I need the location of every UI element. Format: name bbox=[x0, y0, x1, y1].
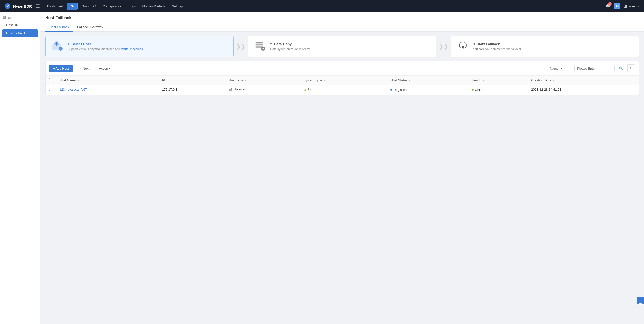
checkbox-header[interactable] bbox=[46, 76, 56, 85]
dr-section-icon bbox=[3, 16, 7, 20]
sort-icon-health[interactable]: ⇅ bbox=[483, 79, 485, 82]
search-filter-select[interactable]: Name ▾ bbox=[547, 65, 572, 72]
action-chevron-icon: ▾ bbox=[109, 67, 110, 70]
virtual-machines-link[interactable]: virtual machines. bbox=[121, 47, 144, 51]
cell-ip: 172.17.0.1 bbox=[158, 85, 225, 95]
svg-point-12 bbox=[462, 46, 464, 47]
sort-icon-host-status[interactable]: ⇅ bbox=[409, 79, 411, 82]
step-arrow-1: ❯❯ bbox=[234, 36, 248, 57]
svg-point-16 bbox=[231, 90, 232, 90]
host-table: Host Name ⇅ IP ⇅ Host Type ⇅ bbox=[46, 76, 639, 95]
steps-container: 1. Select Host Support various physical … bbox=[45, 36, 639, 57]
sort-icon-host-name[interactable]: ⇅ bbox=[77, 79, 79, 82]
svg-rect-8 bbox=[256, 42, 263, 43]
nav-settings[interactable]: Settings bbox=[169, 3, 187, 10]
step-1-icon bbox=[52, 41, 64, 52]
step-arrow-2: ❯❯ bbox=[436, 36, 451, 57]
select-all-checkbox[interactable] bbox=[49, 78, 52, 81]
col-creation-time: Creation Time ⇅ bbox=[528, 76, 639, 85]
support-chat-button[interactable]: 在线客服 bbox=[637, 297, 644, 304]
cell-host-status: Registered bbox=[387, 85, 468, 95]
svg-rect-2 bbox=[5, 16, 6, 18]
nav-dashboard[interactable]: Dashboard bbox=[44, 3, 66, 10]
notification-bell[interactable]: 9 bbox=[605, 3, 610, 9]
step-3: 3. Start Failback You can now commence t… bbox=[451, 36, 639, 57]
cell-host-type: physical bbox=[225, 85, 300, 95]
cell-system-type: Linux bbox=[300, 85, 387, 95]
svg-rect-1 bbox=[3, 16, 5, 18]
row-select-checkbox[interactable] bbox=[49, 88, 52, 91]
step-3-icon bbox=[457, 41, 469, 52]
user-icon bbox=[624, 4, 628, 8]
cell-health: Online bbox=[468, 85, 528, 95]
topnav-links: Dashboard DR Group DR Configuration Logs… bbox=[44, 3, 603, 10]
linux-icon bbox=[303, 88, 307, 91]
tab-host-failback[interactable]: Host Failback bbox=[45, 23, 73, 32]
bell-badge: 9 bbox=[608, 2, 612, 6]
action-dropdown[interactable]: Action ▾ bbox=[95, 65, 114, 72]
col-health: Health ⇅ bbox=[468, 76, 528, 85]
step-2-title: 2. Data Copy bbox=[270, 42, 310, 46]
col-system-type: System Type ⇅ bbox=[300, 76, 387, 85]
host-status-dot bbox=[390, 89, 392, 91]
svg-point-0 bbox=[625, 5, 627, 6]
main-content: Host Failback Host Failback Failback Gat… bbox=[40, 12, 644, 324]
topnav-right: 9 AJ admin ▾ bbox=[605, 3, 640, 9]
sidebar-item-host-dr[interactable]: Host DR bbox=[2, 21, 38, 29]
nav-dr[interactable]: DR bbox=[67, 3, 78, 10]
hamburger-icon[interactable]: ☰ bbox=[36, 3, 40, 9]
step-3-info: 3. Start Failback You can now commence t… bbox=[473, 42, 522, 51]
cell-host-name: 123.novalocal-fc67 bbox=[56, 85, 158, 95]
sort-icon-host-type[interactable]: ⇅ bbox=[245, 79, 247, 82]
row-checkbox[interactable] bbox=[46, 85, 56, 95]
step-2: 2. Data Copy Data synchronization is rea… bbox=[248, 36, 436, 57]
nav-group-dr[interactable]: Group DR bbox=[78, 3, 99, 10]
table-row: 123.novalocal-fc67 172.17.0.1 bbox=[46, 85, 639, 95]
svg-point-15 bbox=[231, 88, 232, 89]
sort-icon-system-type[interactable]: ⇅ bbox=[324, 79, 326, 82]
table-toolbar: + Add Host → Next Action ▾ Name ▾ 🔍 ↻ bbox=[46, 61, 639, 76]
sidebar: DR Host DR Host Failback bbox=[0, 12, 40, 324]
step-3-title: 3. Start Failback bbox=[473, 42, 522, 46]
filter-chevron-icon: ▾ bbox=[561, 67, 562, 70]
content-area: 1. Select Host Support various physical … bbox=[40, 32, 644, 99]
refresh-button[interactable]: ↻ bbox=[627, 64, 635, 72]
avatar: AJ bbox=[614, 3, 620, 9]
step-2-info: 2. Data Copy Data synchronization is rea… bbox=[270, 42, 310, 51]
table-header-row: Host Name ⇅ IP ⇅ Host Type ⇅ bbox=[46, 76, 639, 85]
logo-icon bbox=[4, 3, 11, 10]
nav-logs[interactable]: Logs bbox=[126, 3, 139, 10]
user-menu[interactable]: admin ▾ bbox=[624, 4, 640, 8]
nav-monitor-alerts[interactable]: Monitor & Alerts bbox=[139, 3, 168, 10]
logo: HyperBDR bbox=[4, 3, 32, 10]
sort-icon-ip[interactable]: ⇅ bbox=[166, 79, 168, 82]
step-2-desc: Data synchronization is ready. bbox=[270, 47, 310, 51]
svg-rect-4 bbox=[5, 18, 6, 19]
col-host-name: Host Name ⇅ bbox=[56, 76, 158, 85]
search-icon-button[interactable]: 🔍 bbox=[617, 65, 625, 72]
svg-point-17 bbox=[304, 89, 305, 89]
page-title: Host Failback bbox=[45, 16, 639, 20]
add-host-button[interactable]: + Add Host bbox=[49, 65, 73, 72]
page-header: Host Failback Host Failback Failback Gat… bbox=[40, 12, 644, 32]
step-1-desc: Support various physical machines and vi… bbox=[68, 47, 144, 51]
nav-configuration[interactable]: Configuration bbox=[100, 3, 125, 10]
next-button[interactable]: → Next bbox=[75, 65, 93, 72]
sidebar-section-dr: DR bbox=[0, 14, 40, 21]
step-2-icon bbox=[254, 41, 266, 52]
step-1-info: 1. Select Host Support various physical … bbox=[68, 42, 144, 51]
tab-failback-gateway[interactable]: Failback Gateway bbox=[73, 23, 107, 31]
table-card: + Add Host → Next Action ▾ Name ▾ 🔍 ↻ bbox=[45, 61, 639, 95]
step-1-title: 1. Select Host bbox=[68, 42, 144, 46]
topnav: HyperBDR ☰ Dashboard DR Group DR Configu… bbox=[0, 0, 644, 12]
sidebar-item-host-failback[interactable]: Host Failback bbox=[2, 29, 38, 37]
host-name-link[interactable]: 123.novalocal-fc67 bbox=[59, 88, 87, 91]
svg-rect-9 bbox=[256, 44, 263, 45]
svg-point-18 bbox=[305, 89, 306, 89]
col-host-type: Host Type ⇅ bbox=[225, 76, 300, 85]
step-1: 1. Select Host Support various physical … bbox=[45, 36, 234, 57]
sort-icon-creation-time[interactable]: ⇅ bbox=[553, 79, 555, 82]
user-chevron: ▾ bbox=[638, 4, 640, 8]
search-input[interactable] bbox=[574, 65, 615, 72]
health-dot bbox=[472, 89, 474, 91]
